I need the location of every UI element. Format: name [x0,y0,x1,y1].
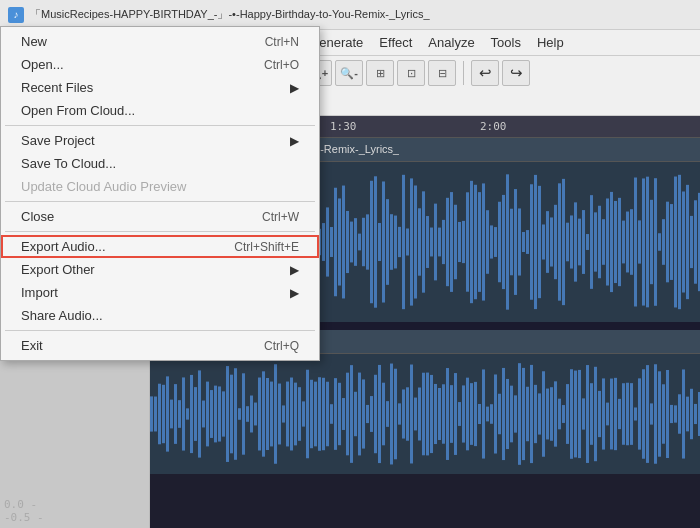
dropdown-item-shortcut: Ctrl+W [262,210,299,224]
svg-rect-254 [586,365,589,463]
dropdown-item-recent-files[interactable]: Recent Files▶ [1,76,319,99]
svg-rect-68 [398,227,401,257]
dropdown-item-open---[interactable]: Open...Ctrl+O [1,53,319,76]
svg-rect-153 [182,377,185,450]
title-text: 「MusicRecipes-HAPPY-BIRTHDAY_-」-•-Happy-… [30,7,430,22]
svg-rect-166 [234,368,237,460]
svg-rect-178 [282,405,285,422]
svg-rect-113 [578,219,581,266]
svg-rect-253 [582,398,585,429]
lower-waveform-svg [150,354,700,474]
svg-rect-139 [682,191,685,292]
svg-rect-192 [338,383,341,445]
svg-rect-142 [694,200,697,283]
svg-rect-108 [558,183,561,300]
menu-item-effect[interactable]: Effect [371,30,420,55]
svg-rect-219 [446,368,449,460]
zoom-sel-btn[interactable]: ⊡ [397,60,425,86]
dropdown-item-shortcut: Ctrl+Shift+E [234,240,299,254]
svg-rect-269 [646,365,649,463]
svg-rect-72 [414,185,417,298]
svg-rect-132 [654,178,657,306]
menu-item-analyze[interactable]: Analyze [420,30,482,55]
svg-rect-198 [362,379,365,448]
svg-rect-188 [322,378,325,450]
svg-rect-224 [466,378,469,451]
fit-btn[interactable]: ⊞ [366,60,394,86]
svg-rect-241 [534,385,537,443]
dropdown-separator [5,330,315,331]
svg-rect-104 [542,224,545,259]
svg-rect-54 [342,186,345,299]
dropdown-item-export-other[interactable]: Export Other▶ [1,258,319,281]
svg-rect-70 [406,228,409,255]
menu-item-tools[interactable]: Tools [483,30,529,55]
svg-rect-174 [266,378,269,450]
dropdown-item-new[interactable]: NewCtrl+N [1,30,319,53]
undo-btn[interactable]: ↩ [471,60,499,86]
svg-rect-58 [358,234,361,251]
dropdown-item-close[interactable]: CloseCtrl+W [1,205,319,228]
svg-rect-201 [374,375,377,453]
svg-rect-218 [442,384,445,443]
svg-rect-196 [354,392,357,436]
redo-btn[interactable]: ↪ [502,60,530,86]
dropdown-item-label: New [21,34,47,49]
svg-rect-252 [578,370,581,458]
svg-rect-150 [170,400,173,429]
svg-rect-182 [298,387,301,441]
svg-rect-229 [486,407,489,422]
svg-rect-71 [410,178,413,305]
svg-rect-87 [474,185,477,299]
svg-rect-145 [150,396,153,431]
svg-rect-251 [574,371,577,458]
mark-200: 2:00 [480,120,507,133]
svg-rect-77 [434,204,437,281]
svg-rect-184 [306,370,309,459]
dropdown-item-exit[interactable]: ExitCtrl+Q [1,334,319,357]
zoom-out-btn[interactable]: 🔍- [335,60,363,86]
svg-rect-203 [382,383,385,446]
menu-item-help[interactable]: Help [529,30,572,55]
dropdown-item-import[interactable]: Import▶ [1,281,319,304]
svg-rect-161 [214,386,217,443]
svg-rect-81 [450,192,453,292]
svg-rect-189 [326,382,329,447]
svg-rect-106 [550,217,553,266]
svg-rect-191 [334,378,337,450]
svg-rect-207 [398,403,401,424]
dropdown-item-label: Open From Cloud... [21,103,135,118]
svg-rect-62 [374,176,377,307]
svg-rect-117 [594,212,597,271]
svg-rect-80 [446,198,449,286]
svg-rect-107 [554,205,557,279]
svg-rect-176 [274,364,277,464]
svg-rect-147 [158,384,161,445]
svg-rect-115 [586,234,589,250]
svg-rect-79 [442,220,445,264]
svg-rect-123 [618,198,621,286]
svg-rect-121 [610,192,613,292]
svg-rect-216 [434,384,437,444]
dropdown-item-save-to-cloud---[interactable]: Save To Cloud... [1,152,319,175]
dropdown-item-open-from-cloud---[interactable]: Open From Cloud... [1,99,319,122]
svg-rect-244 [546,389,549,440]
svg-rect-65 [386,199,389,285]
svg-rect-248 [562,405,565,423]
svg-rect-259 [606,403,609,426]
dropdown-item-export-audio---[interactable]: Export Audio...Ctrl+Shift+E [1,235,319,258]
svg-rect-110 [566,223,569,262]
svg-rect-212 [418,388,421,441]
dropdown-item-share-audio---[interactable]: Share Audio... [1,304,319,327]
svg-rect-227 [478,404,481,424]
svg-rect-187 [318,377,321,451]
svg-rect-185 [310,380,313,448]
svg-rect-257 [598,391,601,437]
svg-rect-86 [470,181,473,303]
svg-rect-134 [662,219,665,265]
svg-rect-85 [466,192,469,291]
dropdown-item-save-project[interactable]: Save Project▶ [1,129,319,152]
zoom-tog-btn[interactable]: ⊟ [428,60,456,86]
svg-rect-220 [450,385,453,443]
dropdown-item-shortcut: Ctrl+Q [264,339,299,353]
